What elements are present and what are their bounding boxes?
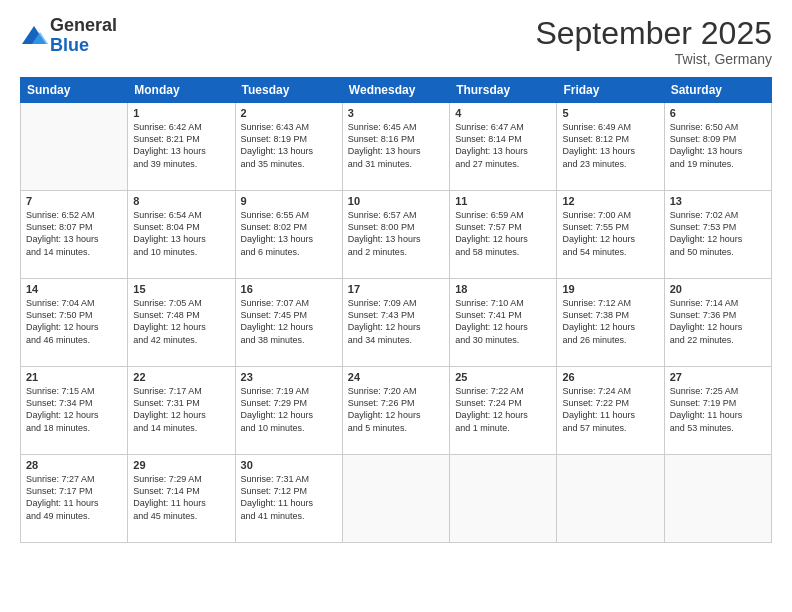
cell-content: Sunrise: 7:22 AM Sunset: 7:24 PM Dayligh… <box>455 385 551 434</box>
header-sunday: Sunday <box>21 78 128 103</box>
calendar-week-1: 7Sunrise: 6:52 AM Sunset: 8:07 PM Daylig… <box>21 191 772 279</box>
cell-content: Sunrise: 6:52 AM Sunset: 8:07 PM Dayligh… <box>26 209 122 258</box>
calendar-cell: 26Sunrise: 7:24 AM Sunset: 7:22 PM Dayli… <box>557 367 664 455</box>
calendar-cell: 16Sunrise: 7:07 AM Sunset: 7:45 PM Dayli… <box>235 279 342 367</box>
cell-content: Sunrise: 7:17 AM Sunset: 7:31 PM Dayligh… <box>133 385 229 434</box>
calendar-cell: 15Sunrise: 7:05 AM Sunset: 7:48 PM Dayli… <box>128 279 235 367</box>
day-number: 26 <box>562 371 658 383</box>
day-number: 7 <box>26 195 122 207</box>
day-number: 5 <box>562 107 658 119</box>
day-number: 27 <box>670 371 766 383</box>
cell-content: Sunrise: 6:47 AM Sunset: 8:14 PM Dayligh… <box>455 121 551 170</box>
cell-content: Sunrise: 7:09 AM Sunset: 7:43 PM Dayligh… <box>348 297 444 346</box>
cell-content: Sunrise: 7:24 AM Sunset: 7:22 PM Dayligh… <box>562 385 658 434</box>
day-number: 20 <box>670 283 766 295</box>
calendar-week-3: 21Sunrise: 7:15 AM Sunset: 7:34 PM Dayli… <box>21 367 772 455</box>
cell-content: Sunrise: 7:02 AM Sunset: 7:53 PM Dayligh… <box>670 209 766 258</box>
calendar-cell: 18Sunrise: 7:10 AM Sunset: 7:41 PM Dayli… <box>450 279 557 367</box>
calendar-week-4: 28Sunrise: 7:27 AM Sunset: 7:17 PM Dayli… <box>21 455 772 543</box>
day-number: 30 <box>241 459 337 471</box>
calendar-cell: 28Sunrise: 7:27 AM Sunset: 7:17 PM Dayli… <box>21 455 128 543</box>
header: General Blue September 2025 Twist, Germa… <box>20 16 772 67</box>
calendar-cell <box>664 455 771 543</box>
day-number: 19 <box>562 283 658 295</box>
cell-content: Sunrise: 7:29 AM Sunset: 7:14 PM Dayligh… <box>133 473 229 522</box>
day-number: 13 <box>670 195 766 207</box>
calendar-cell: 9Sunrise: 6:55 AM Sunset: 8:02 PM Daylig… <box>235 191 342 279</box>
calendar-cell: 7Sunrise: 6:52 AM Sunset: 8:07 PM Daylig… <box>21 191 128 279</box>
calendar-cell: 24Sunrise: 7:20 AM Sunset: 7:26 PM Dayli… <box>342 367 449 455</box>
calendar-week-2: 14Sunrise: 7:04 AM Sunset: 7:50 PM Dayli… <box>21 279 772 367</box>
day-number: 21 <box>26 371 122 383</box>
calendar-cell: 30Sunrise: 7:31 AM Sunset: 7:12 PM Dayli… <box>235 455 342 543</box>
logo-blue: Blue <box>50 36 117 56</box>
day-number: 1 <box>133 107 229 119</box>
cell-content: Sunrise: 7:31 AM Sunset: 7:12 PM Dayligh… <box>241 473 337 522</box>
calendar-cell: 10Sunrise: 6:57 AM Sunset: 8:00 PM Dayli… <box>342 191 449 279</box>
day-number: 9 <box>241 195 337 207</box>
logo-icon <box>20 22 48 50</box>
day-number: 18 <box>455 283 551 295</box>
calendar-cell: 21Sunrise: 7:15 AM Sunset: 7:34 PM Dayli… <box>21 367 128 455</box>
calendar-cell: 17Sunrise: 7:09 AM Sunset: 7:43 PM Dayli… <box>342 279 449 367</box>
cell-content: Sunrise: 6:43 AM Sunset: 8:19 PM Dayligh… <box>241 121 337 170</box>
logo: General Blue <box>20 16 117 56</box>
calendar-cell: 23Sunrise: 7:19 AM Sunset: 7:29 PM Dayli… <box>235 367 342 455</box>
day-number: 4 <box>455 107 551 119</box>
calendar-cell <box>342 455 449 543</box>
cell-content: Sunrise: 6:59 AM Sunset: 7:57 PM Dayligh… <box>455 209 551 258</box>
header-tuesday: Tuesday <box>235 78 342 103</box>
day-number: 8 <box>133 195 229 207</box>
cell-content: Sunrise: 7:04 AM Sunset: 7:50 PM Dayligh… <box>26 297 122 346</box>
title-area: September 2025 Twist, Germany <box>535 16 772 67</box>
day-number: 24 <box>348 371 444 383</box>
day-number: 28 <box>26 459 122 471</box>
day-number: 29 <box>133 459 229 471</box>
calendar-cell: 2Sunrise: 6:43 AM Sunset: 8:19 PM Daylig… <box>235 103 342 191</box>
day-number: 11 <box>455 195 551 207</box>
logo-text: General Blue <box>50 16 117 56</box>
calendar-cell: 27Sunrise: 7:25 AM Sunset: 7:19 PM Dayli… <box>664 367 771 455</box>
calendar-cell: 8Sunrise: 6:54 AM Sunset: 8:04 PM Daylig… <box>128 191 235 279</box>
day-number: 3 <box>348 107 444 119</box>
cell-content: Sunrise: 6:55 AM Sunset: 8:02 PM Dayligh… <box>241 209 337 258</box>
cell-content: Sunrise: 6:57 AM Sunset: 8:00 PM Dayligh… <box>348 209 444 258</box>
cell-content: Sunrise: 6:42 AM Sunset: 8:21 PM Dayligh… <box>133 121 229 170</box>
page: General Blue September 2025 Twist, Germa… <box>0 0 792 612</box>
calendar-cell: 29Sunrise: 7:29 AM Sunset: 7:14 PM Dayli… <box>128 455 235 543</box>
calendar-cell: 11Sunrise: 6:59 AM Sunset: 7:57 PM Dayli… <box>450 191 557 279</box>
cell-content: Sunrise: 7:07 AM Sunset: 7:45 PM Dayligh… <box>241 297 337 346</box>
subtitle: Twist, Germany <box>535 51 772 67</box>
cell-content: Sunrise: 7:10 AM Sunset: 7:41 PM Dayligh… <box>455 297 551 346</box>
calendar-cell: 12Sunrise: 7:00 AM Sunset: 7:55 PM Dayli… <box>557 191 664 279</box>
calendar-cell: 4Sunrise: 6:47 AM Sunset: 8:14 PM Daylig… <box>450 103 557 191</box>
calendar-cell: 1Sunrise: 6:42 AM Sunset: 8:21 PM Daylig… <box>128 103 235 191</box>
cell-content: Sunrise: 7:00 AM Sunset: 7:55 PM Dayligh… <box>562 209 658 258</box>
calendar-cell: 25Sunrise: 7:22 AM Sunset: 7:24 PM Dayli… <box>450 367 557 455</box>
calendar-cell: 22Sunrise: 7:17 AM Sunset: 7:31 PM Dayli… <box>128 367 235 455</box>
cell-content: Sunrise: 6:49 AM Sunset: 8:12 PM Dayligh… <box>562 121 658 170</box>
day-number: 12 <box>562 195 658 207</box>
calendar-cell: 14Sunrise: 7:04 AM Sunset: 7:50 PM Dayli… <box>21 279 128 367</box>
cell-content: Sunrise: 7:20 AM Sunset: 7:26 PM Dayligh… <box>348 385 444 434</box>
month-title: September 2025 <box>535 16 772 51</box>
cell-content: Sunrise: 7:25 AM Sunset: 7:19 PM Dayligh… <box>670 385 766 434</box>
header-saturday: Saturday <box>664 78 771 103</box>
cell-content: Sunrise: 6:54 AM Sunset: 8:04 PM Dayligh… <box>133 209 229 258</box>
day-number: 14 <box>26 283 122 295</box>
cell-content: Sunrise: 7:05 AM Sunset: 7:48 PM Dayligh… <box>133 297 229 346</box>
calendar-cell: 20Sunrise: 7:14 AM Sunset: 7:36 PM Dayli… <box>664 279 771 367</box>
cell-content: Sunrise: 6:50 AM Sunset: 8:09 PM Dayligh… <box>670 121 766 170</box>
calendar-cell: 5Sunrise: 6:49 AM Sunset: 8:12 PM Daylig… <box>557 103 664 191</box>
cell-content: Sunrise: 7:27 AM Sunset: 7:17 PM Dayligh… <box>26 473 122 522</box>
cell-content: Sunrise: 6:45 AM Sunset: 8:16 PM Dayligh… <box>348 121 444 170</box>
day-number: 23 <box>241 371 337 383</box>
calendar-cell: 3Sunrise: 6:45 AM Sunset: 8:16 PM Daylig… <box>342 103 449 191</box>
header-friday: Friday <box>557 78 664 103</box>
calendar-cell <box>21 103 128 191</box>
cell-content: Sunrise: 7:12 AM Sunset: 7:38 PM Dayligh… <box>562 297 658 346</box>
day-number: 6 <box>670 107 766 119</box>
day-number: 16 <box>241 283 337 295</box>
calendar-header-row: SundayMondayTuesdayWednesdayThursdayFrid… <box>21 78 772 103</box>
calendar-cell <box>450 455 557 543</box>
